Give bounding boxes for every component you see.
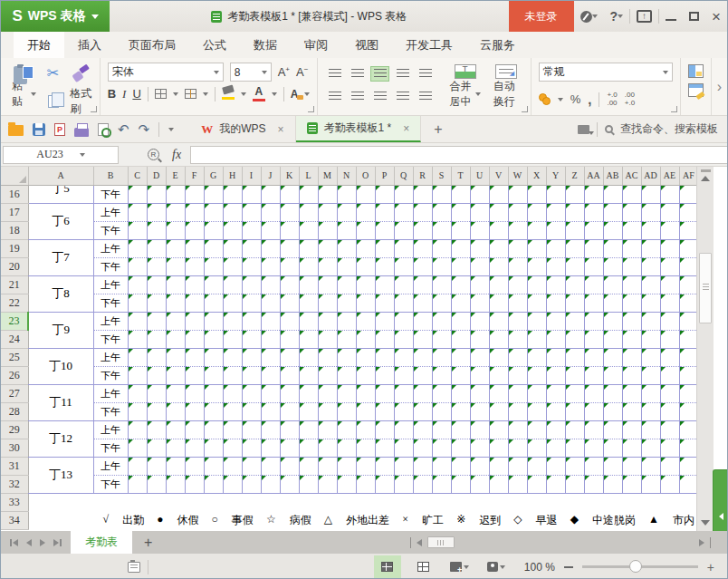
cell[interactable] xyxy=(603,275,622,294)
period-cell[interactable]: 下午 xyxy=(93,185,128,203)
cell[interactable] xyxy=(318,384,337,402)
cell[interactable] xyxy=(508,185,527,203)
merge-center-button[interactable]: 合并居中 xyxy=(445,63,484,111)
cell[interactable] xyxy=(356,420,375,439)
align-middle-button[interactable] xyxy=(348,66,367,82)
cell[interactable] xyxy=(660,185,679,203)
cell[interactable] xyxy=(641,221,660,239)
employee-cell[interactable]: 丁8 xyxy=(28,275,93,312)
cell[interactable] xyxy=(565,312,584,330)
cell[interactable] xyxy=(204,457,223,475)
menu-tab-1[interactable]: 插入 xyxy=(64,32,115,58)
row-header-23[interactable]: 23 xyxy=(1,312,28,330)
cell[interactable] xyxy=(470,402,489,420)
cell[interactable] xyxy=(508,366,527,384)
cell[interactable] xyxy=(299,294,318,312)
cell[interactable] xyxy=(280,348,299,366)
cell[interactable] xyxy=(660,348,679,366)
col-header-Q[interactable]: Q xyxy=(394,167,413,185)
cell[interactable] xyxy=(375,457,394,475)
employee-cell[interactable]: 丁7 xyxy=(28,239,93,275)
cell[interactable] xyxy=(261,402,280,420)
cell[interactable] xyxy=(527,294,546,312)
period-cell[interactable]: 下午 xyxy=(93,402,128,420)
col-header-X[interactable]: X xyxy=(527,167,546,185)
conditional-format-icon[interactable] xyxy=(688,64,704,78)
cell[interactable] xyxy=(204,366,223,384)
cell[interactable] xyxy=(413,475,432,493)
col-header-W[interactable]: W xyxy=(508,167,527,185)
cell[interactable] xyxy=(261,312,280,330)
col-header-A[interactable]: A xyxy=(28,167,93,185)
cell[interactable] xyxy=(565,402,584,420)
cell[interactable] xyxy=(489,475,508,493)
cell[interactable] xyxy=(261,203,280,221)
cell[interactable] xyxy=(508,439,527,457)
split-window-button[interactable] xyxy=(446,555,474,578)
cell[interactable] xyxy=(622,348,641,366)
col-header-D[interactable]: D xyxy=(147,167,166,185)
normal-view-button[interactable] xyxy=(374,555,401,578)
cell[interactable] xyxy=(147,366,166,384)
period-cell[interactable]: 上午 xyxy=(93,203,128,221)
scroll-down-icon[interactable] xyxy=(701,520,710,526)
col-header-K[interactable]: K xyxy=(280,167,299,185)
col-header-AA[interactable]: AA xyxy=(584,167,603,185)
cell[interactable] xyxy=(185,257,204,275)
cell[interactable] xyxy=(489,275,508,294)
cell[interactable] xyxy=(128,402,147,420)
cell[interactable] xyxy=(299,312,318,330)
cell[interactable] xyxy=(394,275,413,294)
cell[interactable] xyxy=(527,275,546,294)
cell[interactable] xyxy=(565,420,584,439)
cell[interactable] xyxy=(166,330,185,348)
cell[interactable] xyxy=(356,457,375,475)
cell[interactable] xyxy=(318,275,337,294)
cell[interactable] xyxy=(641,384,660,402)
cell[interactable] xyxy=(432,239,451,257)
cell[interactable] xyxy=(641,348,660,366)
cell[interactable] xyxy=(660,439,679,457)
cell[interactable] xyxy=(299,330,318,348)
add-sheet-button[interactable]: + xyxy=(132,531,164,554)
row-header-19[interactable]: 19 xyxy=(1,239,28,257)
cell[interactable] xyxy=(565,475,584,493)
cell[interactable] xyxy=(641,330,660,348)
cell[interactable] xyxy=(261,330,280,348)
cell[interactable] xyxy=(451,457,470,475)
cell[interactable] xyxy=(508,384,527,402)
row-header-21[interactable]: 21 xyxy=(1,275,28,294)
bold-button[interactable]: B xyxy=(108,87,116,101)
cell[interactable] xyxy=(527,257,546,275)
period-cell[interactable]: 下午 xyxy=(93,221,128,239)
cell[interactable] xyxy=(451,203,470,221)
cell[interactable] xyxy=(489,439,508,457)
cell[interactable] xyxy=(147,475,166,493)
cell[interactable] xyxy=(242,275,261,294)
cell[interactable] xyxy=(660,203,679,221)
align-center-button[interactable] xyxy=(348,89,367,104)
cell[interactable] xyxy=(679,185,698,203)
row-header-22[interactable]: 22 xyxy=(1,294,28,312)
dialog-launcher-icon[interactable] xyxy=(91,106,97,112)
cell[interactable] xyxy=(185,348,204,366)
cell[interactable] xyxy=(185,402,204,420)
cell[interactable] xyxy=(584,221,603,239)
cell[interactable] xyxy=(660,457,679,475)
cell[interactable] xyxy=(394,203,413,221)
cell[interactable] xyxy=(565,294,584,312)
dialog-launcher-icon[interactable] xyxy=(671,106,677,112)
cell[interactable] xyxy=(280,457,299,475)
cell[interactable] xyxy=(185,366,204,384)
cell[interactable] xyxy=(641,475,660,493)
cell[interactable] xyxy=(223,330,242,348)
italic-button[interactable]: I xyxy=(122,87,126,101)
period-cell[interactable]: 下午 xyxy=(93,475,128,493)
cell[interactable] xyxy=(451,257,470,275)
cell[interactable] xyxy=(375,257,394,275)
cell[interactable] xyxy=(185,420,204,439)
cell[interactable] xyxy=(223,348,242,366)
chevron-down-icon[interactable] xyxy=(173,92,178,96)
period-cell[interactable]: 上午 xyxy=(93,384,128,402)
cell[interactable] xyxy=(128,420,147,439)
